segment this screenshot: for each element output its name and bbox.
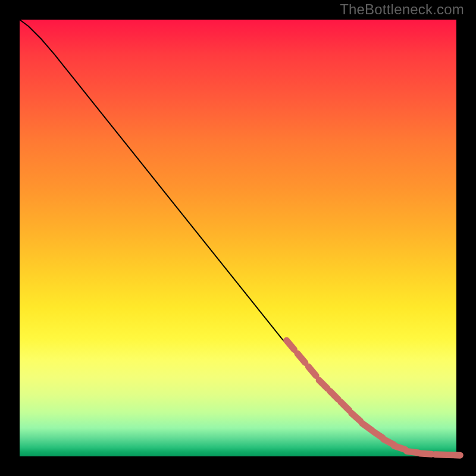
marker-segment [394, 446, 405, 449]
marker-segment [319, 380, 327, 389]
marker-segment [448, 455, 460, 455]
main-curve [20, 20, 456, 456]
marker-segment [352, 413, 361, 421]
marker-segment [308, 367, 316, 375]
marker-segment [330, 391, 338, 399]
marker-group [287, 340, 461, 455]
watermark-text: TheBottleneck.com [340, 1, 464, 18]
chart-svg [20, 20, 456, 456]
marker-segment [298, 353, 305, 362]
marker-segment [341, 402, 349, 411]
plot-area [20, 20, 456, 456]
marker-segment [287, 340, 295, 349]
chart-frame: TheBottleneck.com [0, 0, 476, 476]
marker-segment [362, 423, 371, 430]
marker-segment [420, 453, 432, 454]
